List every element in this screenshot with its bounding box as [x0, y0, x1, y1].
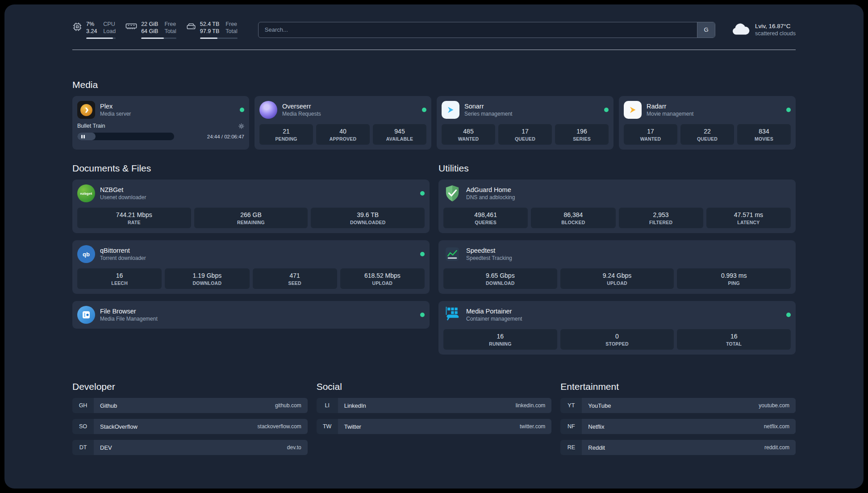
bookmark-twitter[interactable]: TW Twitter twitter.com: [317, 419, 552, 434]
service-card-portainer[interactable]: Media Portainer Container management 16 …: [438, 301, 796, 355]
stat-available: 945 AVAILABLE: [373, 124, 426, 145]
stat-ping: 0.993 ms PING: [677, 268, 791, 289]
topbar-divider: [72, 50, 796, 50]
status-dot: [604, 108, 609, 112]
status-dot: [420, 191, 425, 196]
qbittorrent-icon: qb: [77, 245, 95, 263]
stat-leech: 16 LEECH: [77, 268, 162, 289]
stat-total: 16 TOTAL: [677, 329, 791, 350]
service-name: Plex: [100, 103, 131, 110]
status-dot: [420, 313, 425, 317]
bookmark-name: Github: [100, 402, 117, 409]
service-card-speedtest[interactable]: Speedtest Speedtest Tracking 9.65 Gbps D…: [438, 240, 796, 294]
section-title-utilities: Utilities: [438, 163, 796, 174]
bookmark-domain: linkedin.com: [516, 402, 546, 409]
section-title-developer: Developer: [72, 381, 308, 392]
social-column: Social LI LinkedIn linkedin.com TW Twitt…: [317, 381, 552, 455]
bookmark-abbr: GH: [72, 398, 94, 413]
bookmark-linkedin[interactable]: LI LinkedIn linkedin.com: [317, 398, 552, 413]
playback-progressbar[interactable]: [77, 133, 174, 140]
service-card-sonarr[interactable]: Sonarr Series management 485 WANTED 17 Q…: [437, 96, 613, 150]
service-description: Torrent downloader: [100, 255, 146, 261]
middle-section: Documents & Files nzbget NZBGet Usenet d…: [72, 163, 796, 355]
bookmark-dev[interactable]: DT DEV dev.to: [72, 440, 308, 455]
cloud-icon: [731, 22, 750, 38]
topbar: 7% 3.24 CPU Load: [72, 21, 796, 39]
service-card-plex[interactable]: Plex Media server Bullet Train: [72, 96, 249, 150]
bookmarks-section: Developer GH Github github.com SO StackO…: [72, 381, 796, 455]
bookmark-name: Reddit: [588, 444, 605, 451]
bookmark-stackoverflow[interactable]: SO StackOverflow stackoverflow.com: [72, 419, 308, 434]
service-description: Media server: [100, 111, 131, 117]
service-name: AdGuard Home: [466, 186, 515, 193]
service-card-filebrowser[interactable]: File Browser Media File Management: [72, 301, 430, 329]
radarr-icon: [624, 101, 642, 119]
bookmark-domain: youtube.com: [759, 402, 789, 409]
disk-widget: 52.4 TB 97.9 TB Free Total: [186, 21, 238, 39]
status-dot: [422, 108, 426, 112]
cpu-widget: 7% 3.24 CPU Load: [72, 21, 116, 39]
service-card-radarr[interactable]: Radarr Movie management 17 WANTED 22 QUE…: [619, 96, 796, 150]
section-title-social: Social: [317, 381, 552, 392]
disk-total-value: 97.9 TB: [200, 28, 220, 35]
stat-upload: 9.24 Gbps UPLOAD: [560, 268, 674, 289]
cpu-label-2: Load: [103, 28, 116, 35]
memory-icon: [125, 22, 137, 31]
stat-latency: 47.571 ms LATENCY: [706, 208, 791, 228]
status-dot: [786, 108, 791, 112]
stat-download: 9.65 Gbps DOWNLOAD: [443, 268, 557, 289]
bookmark-netflix[interactable]: NF Netflix netflix.com: [560, 419, 796, 434]
service-name: Sonarr: [464, 103, 512, 110]
status-dot: [786, 313, 791, 317]
service-card-qbittorrent[interactable]: qb qBittorrent Torrent downloader 16: [72, 240, 430, 294]
speedtest-icon: [443, 245, 461, 263]
service-name: Radarr: [647, 103, 693, 110]
bookmark-name: Twitter: [344, 423, 361, 430]
bookmark-name: StackOverflow: [100, 423, 138, 430]
memory-free-value: 22 GiB: [141, 21, 158, 28]
cpu-icon: [72, 22, 82, 32]
stat-download: 1.19 Gbps DOWNLOAD: [165, 268, 249, 289]
filebrowser-icon: [77, 306, 95, 324]
search-provider-button[interactable]: G: [697, 22, 715, 38]
memory-widget: 22 GiB 64 GiB Free Total: [125, 21, 176, 39]
service-description: Speedtest Tracking: [466, 255, 512, 261]
gear-icon[interactable]: [238, 123, 244, 129]
cpu-progressbar: [86, 38, 116, 39]
service-card-adguard[interactable]: AdGuard Home DNS and adblocking 498,461 …: [438, 180, 796, 233]
overseerr-icon: [259, 101, 277, 119]
plex-icon: [77, 101, 95, 119]
bookmark-reddit[interactable]: RE Reddit reddit.com: [560, 440, 796, 455]
bookmark-abbr: TW: [317, 419, 338, 434]
stat-queued: 22 QUEUED: [680, 124, 734, 145]
service-name: File Browser: [100, 308, 158, 315]
memory-progressbar: [141, 38, 176, 39]
service-name: NZBGet: [100, 186, 146, 193]
service-card-nzbget[interactable]: nzbget NZBGet Usenet downloader 744.21 M…: [72, 180, 430, 233]
stat-seed: 471 SEED: [253, 268, 337, 289]
search-bar: G: [258, 22, 715, 38]
search-input[interactable]: [259, 22, 697, 38]
service-description: Usenet downloader: [100, 194, 146, 201]
stat-upload: 618.52 Mbps UPLOAD: [340, 268, 425, 289]
pause-icon[interactable]: [81, 135, 85, 138]
dashboard-frame: 7% 3.24 CPU Load: [4, 4, 864, 489]
entertainment-column: Entertainment YT YouTube youtube.com NF …: [560, 381, 796, 455]
nzbget-icon: nzbget: [77, 184, 95, 202]
status-dot: [420, 252, 425, 256]
bookmark-domain: reddit.com: [764, 444, 789, 451]
bookmark-abbr: YT: [560, 398, 582, 413]
portainer-icon: [443, 306, 461, 324]
weather-condition: scattered clouds: [755, 30, 796, 37]
cpu-usage-value: 7%: [86, 21, 97, 28]
bookmark-name: LinkedIn: [344, 402, 366, 409]
stat-approved: 40 APPROVED: [316, 124, 370, 145]
status-dot: [240, 108, 244, 112]
memory-total-value: 64 GiB: [141, 28, 158, 35]
bookmark-youtube[interactable]: YT YouTube youtube.com: [560, 398, 796, 413]
memory-label-2: Total: [164, 28, 176, 35]
bookmark-domain: dev.to: [287, 444, 301, 451]
service-card-overseerr[interactable]: Overseerr Media Requests 21 PENDING 40 A…: [255, 96, 431, 150]
bookmark-github[interactable]: GH Github github.com: [72, 398, 308, 413]
weather-location: Lviv, 16.87°C: [755, 23, 796, 29]
